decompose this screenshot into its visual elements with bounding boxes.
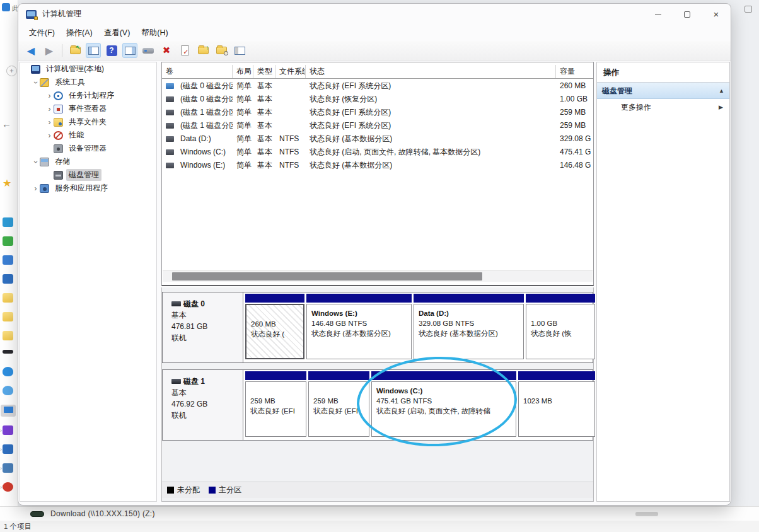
tree-item-computer-management[interactable]: 计算机管理(本地)	[20, 62, 156, 76]
laptop-icon[interactable]	[3, 217, 13, 227]
volume-icon	[166, 149, 174, 155]
star-icon[interactable]: ★	[3, 178, 13, 188]
pictures-icon[interactable]	[3, 274, 13, 284]
maximize-button[interactable]	[673, 4, 702, 25]
download-icon[interactable]	[3, 236, 13, 246]
show-action-pane-icon[interactable]	[122, 43, 137, 58]
background-file-row[interactable]: Download (\\10.XXX.150) (Z:)	[0, 506, 759, 521]
partition-windows-c[interactable]: Windows (C:)475.41 GB NTFS状态良好 (启动, 页面文件…	[371, 371, 516, 437]
disk-1-row[interactable]: 磁盘 1 基本 476.92 GB 联机 259 MB状态良好 (EFI 259…	[162, 369, 593, 441]
tree-item-task-scheduler[interactable]: › 任务计划程序	[20, 89, 156, 102]
recycle-icon[interactable]	[3, 482, 13, 492]
videos-icon[interactable]	[3, 425, 13, 435]
new-tab-icon[interactable]: +	[6, 66, 17, 76]
menu-action[interactable]: 操作(A)	[61, 26, 98, 40]
export-folder-icon[interactable]: ↑	[195, 43, 211, 58]
table-row[interactable]: (磁盘 0 磁盘分区 1) 简单基本 状态良好 (EFI 系统分区) 260 M…	[162, 79, 593, 93]
expander-icon[interactable]: ›	[32, 78, 40, 86]
table-row[interactable]: Windows (E:) 简单基本 NTFS状态良好 (基本数据分区) 146.…	[162, 159, 593, 172]
background-back-icon[interactable]: ←	[2, 119, 11, 129]
table-row[interactable]: Data (D:) 简单基本 NTFS状态良好 (基本数据分区) 329.08 …	[162, 132, 593, 146]
more-actions-item[interactable]: 更多操作 ▶	[597, 99, 729, 115]
table-row[interactable]: Windows (C:) 简单基本 NTFS状态良好 (启动, 页面文件, 故障…	[162, 146, 593, 159]
panel-icon[interactable]	[232, 43, 247, 58]
computer-management-window: 计算机管理 × 文件(F) 操作(A) 查看(V) 帮助(H) ◀ ▶ ↖ ? …	[18, 3, 731, 506]
network-drive-icon	[30, 511, 44, 517]
network-icon[interactable]	[3, 463, 13, 473]
tree-item-system-tools[interactable]: › 系统工具	[20, 76, 156, 89]
expander-icon[interactable]: ›	[45, 91, 54, 100]
gallery-icon[interactable]	[3, 255, 13, 265]
folder-icon[interactable]	[3, 312, 13, 321]
tree-item-performance[interactable]: › 性能	[20, 129, 156, 142]
onedrive-icon[interactable]	[3, 367, 13, 376]
menu-help[interactable]: 帮助(H)	[136, 26, 173, 40]
column-filesystem[interactable]: 文件系统	[275, 65, 306, 78]
expander-icon[interactable]: ›	[45, 118, 54, 127]
properties-icon[interactable]	[177, 43, 192, 58]
cloud-icon[interactable]	[3, 386, 13, 395]
partition-efi-259mb-2[interactable]: 259 MB状态良好 (EFI	[308, 371, 369, 437]
column-type[interactable]: 类型	[253, 65, 275, 78]
back-icon[interactable]: ◀	[23, 43, 38, 58]
background-maximize-icon[interactable]	[745, 6, 752, 13]
menu-file[interactable]: 文件(F)	[23, 26, 61, 40]
table-row[interactable]: (磁盘 1 磁盘分区 3) 简单基本 状态良好 (EFI 系统分区) 259 M…	[162, 119, 593, 132]
background-tab-icon[interactable]	[2, 3, 10, 11]
folder-icon[interactable]	[3, 293, 13, 303]
tree-item-disk-management[interactable]: 磁盘管理	[20, 168, 156, 182]
performance-icon	[54, 131, 63, 140]
show-console-tree-icon[interactable]	[86, 43, 101, 58]
tree-item-services-applications[interactable]: › 服务和应用程序	[20, 182, 156, 195]
column-capacity[interactable]: 容量	[556, 65, 593, 78]
menu-view[interactable]: 查看(V)	[98, 26, 136, 40]
partition-data-d[interactable]: Data (D:)329.08 GB NTFS状态良好 (基本数据分区)	[414, 294, 524, 359]
background-explorer-window[interactable]: 此电 + ← ★ › › › ›	[0, 0, 18, 532]
partition-1023mb[interactable]: 1023 MB	[518, 371, 595, 437]
background-statusbar: 1 个项目	[0, 521, 759, 532]
find-folder-icon[interactable]	[214, 43, 229, 58]
up-folder-icon[interactable]: ↖	[67, 43, 83, 58]
tree-item-storage[interactable]: › 存储	[20, 155, 156, 168]
background-scrollbar[interactable]	[635, 512, 658, 516]
horizontal-scrollbar[interactable]	[163, 270, 593, 282]
disk-0-row[interactable]: 磁盘 0 基本 476.81 GB 联机 260 MB状态良好 ( Window…	[162, 292, 593, 363]
device-icon[interactable]	[141, 43, 156, 58]
tree-item-device-manager[interactable]: 设备管理器	[20, 142, 156, 155]
minimize-button[interactable]	[644, 4, 673, 25]
expander-icon[interactable]: ›	[32, 158, 40, 166]
table-row[interactable]: (磁盘 0 磁盘分区 5) 简单基本 状态良好 (恢复分区) 1.00 GB	[162, 93, 593, 106]
background-download-item[interactable]: Download (\\10.XXX.150) (Z:)	[50, 509, 155, 518]
tree-item-shared-folders[interactable]: › 共享文件夹	[20, 115, 156, 129]
disk-0-label[interactable]: 磁盘 0 基本 476.81 GB 联机	[163, 292, 243, 362]
expand-icon[interactable]: ▶	[719, 104, 723, 110]
close-button[interactable]: ×	[702, 4, 731, 25]
tree-item-event-viewer[interactable]: › 事件查看器	[20, 102, 156, 115]
expander-icon[interactable]: ›	[45, 105, 54, 113]
table-row[interactable]: (磁盘 1 磁盘分区 2) 简单基本 状态良好 (EFI 系统分区) 259 M…	[162, 106, 593, 119]
primary-partition-band	[371, 371, 516, 380]
column-layout[interactable]: 布局	[233, 65, 253, 78]
partition-efi-259mb-1[interactable]: 259 MB状态良好 (EFI	[245, 371, 306, 437]
scrollbar-thumb[interactable]	[172, 272, 482, 280]
disk-1-label[interactable]: 磁盘 1 基本 476.92 GB 联机	[163, 370, 243, 440]
volume-list: 卷 布局 类型 文件系统 状态 容量 (磁盘 0 磁盘分区 1) 简单基本 状态…	[161, 62, 594, 286]
expander-icon[interactable]: ›	[45, 131, 54, 140]
titlebar[interactable]: 计算机管理 ×	[18, 4, 731, 25]
delete-icon[interactable]: ✖	[159, 43, 174, 58]
this-pc-icon[interactable]	[1, 405, 16, 417]
partition-efi-260mb[interactable]: 260 MB状态良好 (	[245, 294, 304, 359]
disk-management-group[interactable]: 磁盘管理 ▲	[597, 83, 729, 99]
drive-icon[interactable]	[3, 350, 13, 354]
help-icon[interactable]: ?	[104, 43, 119, 58]
column-status[interactable]: 状态	[306, 65, 556, 78]
partition-recovery-1gb[interactable]: 1.00 GB状态良好 (恢	[526, 294, 595, 359]
pictures-icon[interactable]	[3, 444, 13, 454]
forward-icon[interactable]: ▶	[42, 43, 57, 58]
folder-icon[interactable]	[3, 331, 13, 340]
collapse-icon[interactable]: ▲	[719, 88, 724, 94]
partition-windows-e[interactable]: Windows (E:)146.48 GB NTFS状态良好 (基本数据分区)	[306, 294, 412, 359]
column-volume[interactable]: 卷	[162, 65, 233, 78]
legend-primary-partition: 主分区	[209, 485, 241, 495]
expander-icon[interactable]: ›	[32, 184, 40, 193]
